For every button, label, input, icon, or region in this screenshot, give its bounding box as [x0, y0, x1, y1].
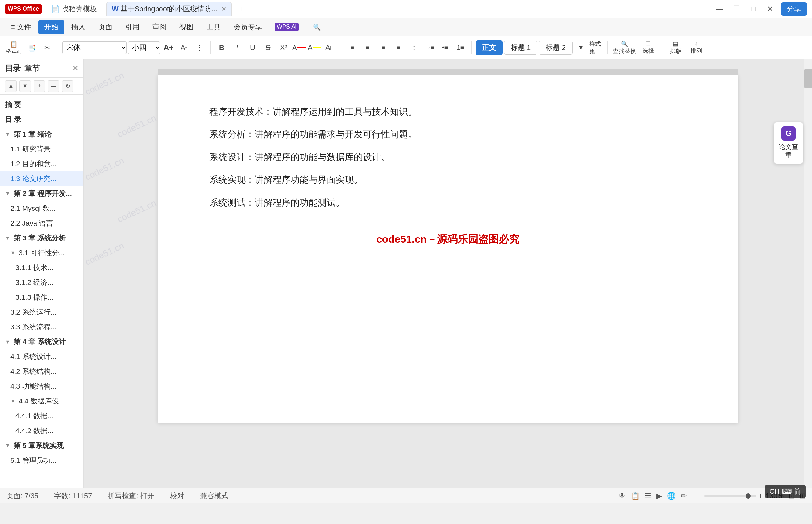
font-size-select[interactable]: 小四 — [128, 41, 160, 54]
sidebar-add-button[interactable]: + — [34, 80, 45, 92]
tree-item-4-4[interactable]: ▼4.4 数据库设... — [0, 394, 83, 409]
select-button[interactable]: ⌶选择 — [639, 38, 658, 58]
add-tab-button[interactable]: + — [235, 3, 247, 15]
menu-ai[interactable]: WPS AI — [269, 20, 304, 33]
tree-item-3-1[interactable]: ▼3.1 可行性分... — [0, 246, 83, 260]
tree-item-ch4[interactable]: ▼第 4 章 系统设计 — [0, 334, 83, 349]
tree-item-4-3[interactable]: 4.3 功能结构... — [0, 379, 83, 394]
more-font-button[interactable]: ⋮ — [192, 40, 206, 55]
highlight-button[interactable]: A — [308, 40, 321, 55]
tree-item-4-1[interactable]: 4.1 系统设计... — [0, 349, 83, 364]
layout-button[interactable]: ▤排版 — [666, 38, 685, 58]
tree-item-abstract[interactable]: 摘 要 — [0, 97, 83, 112]
tree-item-ch1[interactable]: ▼第 1 章 绪论 — [0, 127, 83, 142]
tab-template[interactable]: 📄 找稻壳模板 — [46, 2, 102, 16]
restore-button[interactable]: ❐ — [731, 3, 742, 15]
underline-button[interactable]: U — [246, 40, 260, 55]
sidebar-close-button[interactable]: ✕ — [72, 64, 78, 72]
tree-item-4-2[interactable]: 4.2 系统结构... — [0, 364, 83, 379]
zoom-in-button[interactable]: + — [759, 491, 763, 501]
tree-item-4-4-1[interactable]: 4.4.1 数据... — [0, 409, 83, 424]
close-button[interactable]: ✕ — [764, 3, 776, 15]
font-color-button[interactable]: A — [292, 40, 306, 55]
menu-file[interactable]: ≡ 文件 — [5, 20, 37, 34]
indent-increase-button[interactable]: →≡ — [422, 40, 436, 55]
increase-font-button[interactable]: A+ — [162, 40, 176, 55]
bold-button[interactable]: B — [215, 40, 229, 55]
menu-home[interactable]: 开始 — [38, 20, 64, 34]
align-right-button[interactable]: ≡ — [376, 40, 390, 55]
char-border-button[interactable]: A□ — [323, 40, 337, 55]
search-button[interactable]: 🔍 — [310, 20, 324, 34]
menu-tools[interactable]: 工具 — [201, 20, 227, 34]
more-styles-button[interactable]: ▼ — [574, 40, 588, 55]
essay-check-button[interactable]: G 论文查重 — [774, 122, 803, 164]
strikethrough-button[interactable]: S — [261, 40, 275, 55]
tree-item-1-1[interactable]: 1.1 研究背景 — [0, 142, 83, 157]
list-bullet-button[interactable]: •≡ — [438, 40, 452, 55]
font-name-select[interactable]: 宋体 — [62, 41, 127, 54]
minimize-button[interactable]: — — [714, 3, 726, 15]
tree-item-3-1-1[interactable]: 3.1.1 技术... — [0, 260, 83, 275]
sort-button[interactable]: ↕排列 — [687, 38, 706, 58]
tree-item-1-2[interactable]: 1.2 目的和意... — [0, 157, 83, 171]
sidebar-refresh-button[interactable]: ↻ — [62, 80, 73, 92]
list-number-button[interactable]: 1≡ — [453, 40, 467, 55]
tree-item-3-1-3[interactable]: 3.1.3 操作... — [0, 290, 83, 305]
tree-item-1-3[interactable]: 1.3 论文研究... — [0, 171, 83, 186]
sidebar-up-button[interactable]: ▲ — [5, 80, 17, 92]
style-normal-button[interactable]: 正文 — [476, 40, 503, 55]
spell-check[interactable]: 拼写检查: 打开 — [107, 491, 154, 501]
tree-item-3-2[interactable]: 3.2 系统运行... — [0, 305, 83, 320]
menu-member[interactable]: 会员专享 — [228, 20, 268, 34]
share-button[interactable]: 分享 — [781, 2, 807, 16]
style-heading1-button[interactable]: 标题 1 — [504, 40, 537, 55]
cut-button[interactable]: ✂ — [40, 40, 54, 55]
menu-page[interactable]: 页面 — [93, 20, 118, 34]
sidebar-remove-button[interactable]: — — [48, 80, 59, 92]
line-spacing-button[interactable]: ↕ — [407, 40, 421, 55]
tree-item-ch3[interactable]: ▼第 3 章 系统分析 — [0, 231, 83, 246]
tree-item-ch5[interactable]: ▼第 5 章系统实现 — [0, 438, 83, 453]
tree-item-4-4-2[interactable]: 4.4.2 数据... — [0, 424, 83, 438]
close-tab-icon[interactable]: ✕ — [221, 5, 226, 13]
outline-icon[interactable]: ☰ — [645, 492, 651, 500]
find-replace-button[interactable]: 🔍查找替换 — [612, 38, 637, 58]
maximize-button[interactable]: □ — [748, 3, 759, 15]
paste-button[interactable]: 📋 格式刷 — [4, 38, 23, 58]
layout-icon[interactable]: 📋 — [631, 492, 640, 500]
zoom-slider[interactable] — [705, 495, 756, 497]
superscript-button[interactable]: X² — [277, 40, 291, 55]
tree-item-2-1[interactable]: 2.1 Mysql 数... — [0, 201, 83, 216]
tree-item-toc[interactable]: 目 录 — [0, 112, 83, 127]
zoom-out-button[interactable]: − — [697, 491, 702, 501]
menu-review[interactable]: 审阅 — [147, 20, 172, 34]
document-page[interactable]: 程序开发技术：讲解程序运用到的工具与技术知识。 系统分析：讲解程序的功能需求与开… — [158, 75, 738, 423]
decrease-font-button[interactable]: A- — [177, 40, 191, 55]
tree-item-2-2[interactable]: 2.2 Java 语言 — [0, 216, 83, 231]
web-icon[interactable]: 🌐 — [667, 492, 676, 500]
align-left-button[interactable]: ≡ — [345, 40, 359, 55]
scrollbar[interactable] — [804, 59, 812, 488]
style-heading2-button[interactable]: 标题 2 — [539, 40, 572, 55]
tab-document[interactable]: W 基于Springboot的小区疫情防... ✕ — [106, 2, 232, 16]
tree-item-ch2[interactable]: ▼第 2 章 程序开发... — [0, 186, 83, 201]
document-area[interactable]: code51.cn code51.cn code51.cn code51.cn … — [84, 59, 812, 488]
tree-item-5-1[interactable]: 5.1 管理员功... — [0, 453, 83, 468]
style-set-button[interactable]: 样式集 — [589, 40, 603, 55]
tab-label: 找稻壳模板 — [62, 4, 97, 14]
justify-button[interactable]: ≡ — [392, 40, 406, 55]
tree-item-3-3[interactable]: 3.3 系统流程... — [0, 320, 83, 334]
view-icon[interactable]: 👁 — [619, 492, 626, 500]
edit-icon[interactable]: ✏ — [681, 492, 687, 500]
italic-button[interactable]: I — [230, 40, 244, 55]
sidebar-down-button[interactable]: ▼ — [19, 80, 31, 92]
menu-reference[interactable]: 引用 — [119, 20, 145, 34]
menu-insert[interactable]: 插入 — [65, 20, 91, 34]
scrollbar-thumb[interactable] — [804, 69, 812, 88]
menu-view[interactable]: 视图 — [174, 20, 199, 34]
align-center-button[interactable]: ≡ — [361, 40, 375, 55]
play-icon[interactable]: ▶ — [656, 492, 662, 500]
copy-button[interactable]: 📑 — [24, 40, 39, 55]
tree-item-3-1-2[interactable]: 3.1.2 经济... — [0, 275, 83, 290]
